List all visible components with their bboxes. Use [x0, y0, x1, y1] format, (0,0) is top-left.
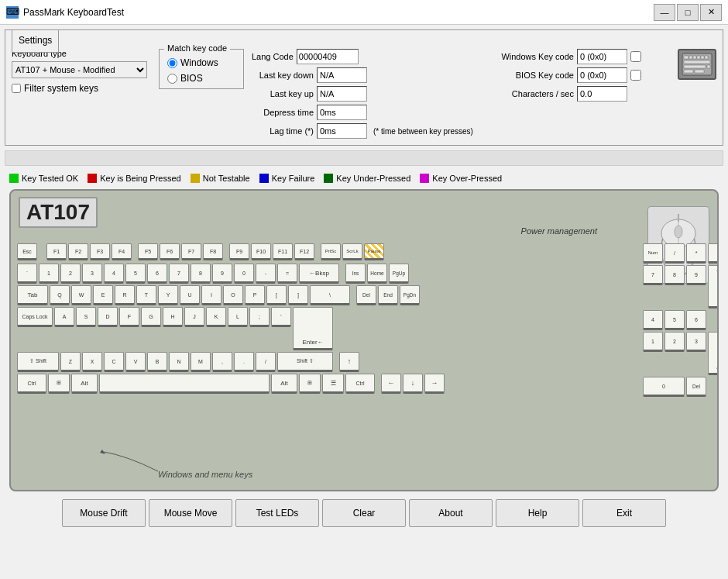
key-num4[interactable]: 4 — [643, 310, 663, 330]
key-f3[interactable]: F3 — [90, 243, 110, 260]
key-pgdn[interactable]: PgDn — [400, 285, 420, 305]
key-q[interactable]: Q — [50, 285, 70, 305]
key-f9[interactable]: F9 — [229, 243, 249, 260]
bios-key-checkbox[interactable] — [630, 70, 641, 81]
key-backspace[interactable]: ←Bksp — [299, 264, 339, 284]
key-9[interactable]: 9 — [212, 264, 232, 284]
key-pgup[interactable]: PgUp — [389, 264, 409, 284]
key-num0[interactable]: 0 — [643, 377, 685, 397]
key-num-plus[interactable]: + — [708, 265, 719, 308]
key-o[interactable]: O — [223, 285, 243, 305]
key-equals[interactable]: = — [277, 264, 297, 284]
windows-key-code-value[interactable] — [577, 49, 627, 64]
key-down[interactable]: ↓ — [403, 374, 423, 394]
key-n[interactable]: N — [169, 352, 189, 372]
key-5[interactable]: 5 — [125, 264, 146, 284]
windows-key-checkbox[interactable] — [630, 51, 641, 62]
chars-per-sec-value[interactable] — [577, 86, 627, 102]
key-slash[interactable]: / — [256, 352, 276, 372]
key-lshift[interactable]: ⇧ Shift — [17, 352, 59, 372]
last-key-down-value[interactable] — [317, 67, 367, 83]
key-0[interactable]: 0 — [234, 264, 254, 284]
last-key-up-value[interactable] — [317, 86, 367, 102]
key-period[interactable]: . — [234, 352, 254, 372]
key-c[interactable]: C — [104, 352, 124, 372]
key-quote[interactable]: ' — [271, 307, 291, 327]
key-8[interactable]: 8 — [191, 264, 211, 284]
key-num5[interactable]: 5 — [664, 310, 685, 330]
minimize-button[interactable]: — — [654, 4, 675, 21]
close-button[interactable]: ✕ — [700, 4, 722, 21]
key-tab[interactable]: Tab — [17, 285, 48, 305]
key-4[interactable]: 4 — [104, 264, 124, 284]
key-f10[interactable]: F10 — [251, 243, 271, 260]
key-w[interactable]: W — [71, 285, 91, 305]
key-semicolon[interactable]: ; — [249, 307, 270, 327]
key-f6[interactable]: F6 — [160, 243, 180, 260]
key-lbracket[interactable]: [ — [266, 285, 287, 305]
keyboard-type-dropdown[interactable]: AT107 + Mouse - Modified AT101 AT104 — [12, 61, 147, 78]
key-p[interactable]: P — [245, 285, 265, 305]
key-7[interactable]: 7 — [169, 264, 189, 284]
mouse-move-button[interactable]: Mouse Move — [149, 499, 232, 527]
key-f4[interactable]: F4 — [112, 243, 132, 260]
key-f8[interactable]: F8 — [203, 243, 223, 260]
lag-time-value[interactable] — [317, 123, 367, 139]
key-k[interactable]: K — [206, 307, 226, 327]
key-y[interactable]: Y — [158, 285, 178, 305]
key-num3[interactable]: 3 — [686, 332, 706, 352]
key-u[interactable]: U — [180, 285, 200, 305]
key-6[interactable]: 6 — [147, 264, 167, 284]
key-e[interactable]: E — [93, 285, 113, 305]
key-ralt[interactable]: Alt — [271, 374, 297, 394]
mouse-drift-button[interactable]: Mouse Drift — [62, 499, 146, 527]
depress-time-value[interactable] — [317, 105, 367, 120]
key-s[interactable]: S — [76, 307, 96, 327]
key-backtick[interactable]: ` — [17, 264, 37, 284]
key-num9[interactable]: 9 — [686, 265, 706, 285]
maximize-button[interactable]: □ — [677, 4, 699, 21]
bios-radio[interactable] — [167, 74, 177, 84]
key-prtscr[interactable]: PrtSc — [321, 243, 341, 260]
key-rwin[interactable]: ⊞ — [299, 374, 321, 394]
key-lalt[interactable]: Alt — [71, 374, 98, 394]
windows-radio[interactable] — [167, 58, 177, 68]
key-z[interactable]: Z — [60, 352, 81, 372]
key-num2[interactable]: 2 — [664, 332, 685, 352]
key-num1[interactable]: 1 — [643, 332, 663, 352]
key-num-enter[interactable]: ↵ — [708, 332, 719, 375]
key-up[interactable]: ↑ — [339, 352, 359, 372]
test-leds-button[interactable]: Test LEDs — [235, 499, 319, 527]
key-d[interactable]: D — [98, 307, 118, 327]
key-capslock[interactable]: Caps Lock — [17, 307, 53, 327]
key-enter[interactable]: Enter← — [293, 307, 333, 350]
key-j[interactable]: J — [184, 307, 204, 327]
key-t[interactable]: T — [136, 285, 156, 305]
key-scrlk[interactable]: ScrLk — [342, 243, 362, 260]
key-num-del[interactable]: Del — [686, 377, 706, 397]
key-num-star[interactable]: * — [686, 243, 706, 264]
key-num8[interactable]: 8 — [664, 265, 685, 285]
key-a[interactable]: A — [54, 307, 74, 327]
key-right[interactable]: → — [424, 374, 445, 394]
key-pause[interactable]: Pause — [364, 243, 384, 260]
key-delete[interactable]: Del — [356, 285, 376, 305]
key-b[interactable]: B — [147, 352, 167, 372]
key-space[interactable] — [99, 374, 270, 394]
key-backslash[interactable]: \ — [310, 285, 350, 305]
key-i[interactable]: I — [201, 285, 221, 305]
key-rctrl[interactable]: Ctrl — [345, 374, 375, 394]
key-num7[interactable]: 7 — [643, 265, 663, 285]
key-num6[interactable]: 6 — [686, 310, 706, 330]
key-x[interactable]: X — [82, 352, 102, 372]
key-end[interactable]: End — [378, 285, 398, 305]
key-rshift[interactable]: Shift ⇧ — [277, 352, 333, 372]
key-comma[interactable]: , — [212, 352, 232, 372]
filter-system-keys-checkbox[interactable] — [12, 84, 21, 93]
key-f1[interactable]: F1 — [46, 243, 67, 260]
key-num-minus[interactable]: - — [708, 243, 719, 264]
key-home[interactable]: Home — [367, 264, 387, 284]
key-f7[interactable]: F7 — [181, 243, 201, 260]
key-2[interactable]: 2 — [60, 264, 81, 284]
key-minus[interactable]: - — [256, 264, 276, 284]
